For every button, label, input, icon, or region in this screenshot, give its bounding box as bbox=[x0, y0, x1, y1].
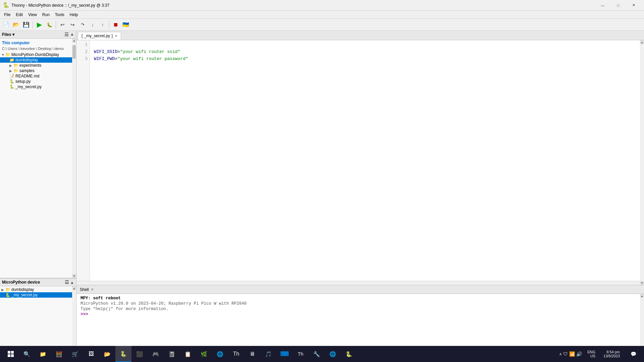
chrome-taskbar[interactable]: 🌐 bbox=[325, 346, 341, 362]
title-bar: 🐍 Thonny - MicroPython device :: /_my_se… bbox=[0, 0, 644, 11]
shell-area: Shell ✕ MPY: soft reboot MicroPython v1.… bbox=[76, 285, 644, 352]
files-scroll-thumb[interactable] bbox=[72, 45, 76, 59]
undo-button[interactable]: ↩ bbox=[58, 20, 67, 29]
tree-item-readme[interactable]: 📝 README.md bbox=[0, 73, 72, 79]
terminal-taskbar[interactable]: ⬛ bbox=[131, 346, 148, 362]
open-button[interactable]: 📂 bbox=[11, 20, 21, 29]
shell-tab-close[interactable]: ✕ bbox=[91, 288, 94, 291]
device-header: MicroPython device ☰ ▲ bbox=[0, 278, 76, 286]
tray-icons: ∧ 🛡 📶 🔊 bbox=[559, 351, 582, 357]
run-button[interactable]: ▶ bbox=[35, 20, 44, 29]
editor-content[interactable]: 1 2 3 WIFI_SSID="your wifi router ssid"W… bbox=[76, 40, 640, 281]
search-taskbar-button[interactable]: 🔍 bbox=[19, 346, 35, 362]
this-computer-label: This computer bbox=[0, 39, 72, 47]
menu-edit[interactable]: Edit bbox=[13, 12, 25, 18]
thonny3-taskbar[interactable]: Th bbox=[292, 346, 309, 362]
app2-taskbar[interactable]: 🎵 bbox=[260, 346, 276, 362]
tree-item-experiments[interactable]: ▶ 📁 experiments bbox=[0, 63, 72, 68]
device-panel-menu-icon[interactable]: ☰ bbox=[65, 280, 69, 285]
shell-prompt[interactable]: >>> bbox=[80, 312, 636, 317]
files-scroll-down[interactable]: ▼ bbox=[72, 274, 76, 278]
start-button[interactable] bbox=[3, 346, 19, 362]
tray-expand[interactable]: ∧ bbox=[559, 352, 562, 356]
editor-scroll-down[interactable]: ▼ bbox=[640, 281, 644, 285]
save-button[interactable]: 💾 bbox=[21, 20, 31, 29]
svg-rect-1 bbox=[11, 351, 14, 354]
tab-close-icon[interactable]: ✕ bbox=[115, 34, 117, 38]
python-taskbar[interactable]: 🐍 bbox=[341, 346, 357, 362]
expander-icon: ▼ bbox=[5, 58, 9, 62]
shell-tab-label[interactable]: Shell bbox=[80, 287, 89, 292]
clock-time: 8:54 pm bbox=[606, 350, 620, 354]
language-indicator[interactable]: ENG US bbox=[585, 350, 598, 358]
tree-item-dumbdisplay[interactable]: ▼ 📁 dumbdisplay bbox=[0, 57, 72, 63]
debug-button[interactable]: 🐛 bbox=[45, 20, 54, 29]
tree-item-my-secret[interactable]: 🐍 _my_secret.py bbox=[0, 84, 72, 89]
shell-content[interactable]: MPY: soft reboot MicroPython v1.20.0 on … bbox=[76, 294, 640, 352]
files-scroll-up-icon[interactable]: ▲ bbox=[70, 32, 74, 37]
tree-item-micropython-dumbdisplay[interactable]: ▼ 📁 MicroPython-DumbDisplay bbox=[0, 52, 72, 57]
device-scroll-up-icon[interactable]: ▲ bbox=[70, 280, 74, 285]
globe-taskbar[interactable]: 🌐 bbox=[212, 346, 228, 362]
tree-item-dumbdisplay-dev[interactable]: ▶ 📁 dumbdisplay bbox=[0, 287, 72, 292]
maximize-button[interactable]: □ bbox=[610, 0, 626, 11]
device-vscroll[interactable]: ▲ ▼ bbox=[72, 286, 76, 352]
files-vscroll[interactable]: ▲ ▼ bbox=[72, 39, 76, 278]
editor-area: [ _my_secret.py ] ✕ 1 2 3 WIFI_SSID="you… bbox=[76, 31, 644, 352]
app3-taskbar[interactable]: 🔧 bbox=[309, 346, 325, 362]
step-into-button[interactable]: ↓ bbox=[88, 20, 97, 29]
editor-vscroll[interactable]: ▲ ▼ bbox=[640, 40, 644, 285]
new-button[interactable]: 📄 bbox=[1, 20, 11, 29]
notepad-taskbar[interactable]: 📋 bbox=[180, 346, 196, 362]
expander-icon: ▶ bbox=[9, 69, 13, 73]
shell-header: Shell ✕ bbox=[76, 285, 644, 294]
menu-help[interactable]: Help bbox=[67, 12, 81, 18]
tree-item-samples[interactable]: ▶ 📁 samples bbox=[0, 68, 72, 73]
green-app-taskbar[interactable]: 🌿 bbox=[196, 346, 212, 362]
onenote-taskbar[interactable]: 📓 bbox=[164, 346, 180, 362]
notification-button[interactable]: 💬 bbox=[625, 346, 641, 362]
tray-defender[interactable]: 🛡 bbox=[563, 351, 568, 357]
menu-run[interactable]: Run bbox=[40, 12, 52, 18]
ukraine-button[interactable]: 🇺🇦 bbox=[121, 20, 130, 29]
step-over-button[interactable]: ↷ bbox=[78, 20, 87, 29]
tree-item-my-secret-dev[interactable]: 🐍 _my_secret.py bbox=[0, 292, 72, 298]
clock[interactable]: 8:54 pm 13/9/2023 bbox=[601, 350, 623, 358]
redo-button[interactable]: ↪ bbox=[68, 20, 77, 29]
device-scroll-up[interactable]: ▲ bbox=[72, 286, 76, 290]
device-tree-container: ▶ 📁 dumbdisplay 🐍 _my_secret.py ▲ ▼ bbox=[0, 286, 76, 352]
close-button[interactable]: ✕ bbox=[626, 0, 641, 11]
toolbar-sep-3 bbox=[109, 21, 109, 28]
editor-scroll-up[interactable]: ▲ bbox=[640, 40, 644, 44]
powershell-taskbar[interactable]: 🖥 bbox=[244, 346, 260, 362]
tray-wifi[interactable]: 📶 bbox=[569, 351, 575, 357]
files-panel-menu-icon[interactable]: ☰ bbox=[64, 32, 69, 37]
editor-hscroll[interactable] bbox=[76, 281, 640, 285]
expander-icon: ▶ bbox=[1, 288, 5, 292]
game-taskbar[interactable]: 🎮 bbox=[148, 346, 164, 362]
thonny-taskbar[interactable]: 🐍 bbox=[115, 346, 131, 362]
yellow-folder-taskbar[interactable]: 📂 bbox=[99, 346, 115, 362]
photos-taskbar[interactable]: 🖼 bbox=[83, 346, 99, 362]
menu-file[interactable]: File bbox=[1, 12, 13, 18]
menu-tools[interactable]: Tools bbox=[52, 12, 67, 18]
tree-item-setup[interactable]: 🐍 setup.py bbox=[0, 79, 72, 84]
taskbar: 🔍 📁 🧮 🛒 🖼 📂 🐍 ⬛ 🎮 📓 📋 🌿 🌐 Th 🖥 🎵 ⌨ Th 🔧 … bbox=[0, 346, 644, 362]
code-area[interactable]: WIFI_SSID="your wifi router ssid"WIFI_PW… bbox=[90, 40, 640, 281]
tray-speaker[interactable]: 🔊 bbox=[576, 351, 582, 357]
vscode-taskbar[interactable]: ⌨ bbox=[276, 346, 292, 362]
shell-vscroll[interactable]: ▲ ▼ bbox=[640, 294, 644, 352]
stop-button[interactable]: ⏹ bbox=[111, 20, 120, 29]
expander-icon: ▼ bbox=[1, 53, 5, 57]
files-scroll-up[interactable]: ▲ bbox=[72, 39, 76, 43]
calculator-taskbar[interactable]: 🧮 bbox=[51, 346, 67, 362]
shell-scroll-container: MPY: soft reboot MicroPython v1.20.0 on … bbox=[76, 294, 644, 352]
store-taskbar[interactable]: 🛒 bbox=[67, 346, 83, 362]
menu-view[interactable]: View bbox=[25, 12, 40, 18]
minimize-button[interactable]: — bbox=[595, 0, 610, 11]
step-out-button[interactable]: ↑ bbox=[98, 20, 107, 29]
thonny2-taskbar[interactable]: Th bbox=[228, 346, 244, 362]
editor-tab-my-secret[interactable]: [ _my_secret.py ] ✕ bbox=[78, 32, 121, 40]
file-explorer-taskbar[interactable]: 📁 bbox=[35, 346, 51, 362]
shell-scroll-up[interactable]: ▲ bbox=[640, 294, 644, 298]
